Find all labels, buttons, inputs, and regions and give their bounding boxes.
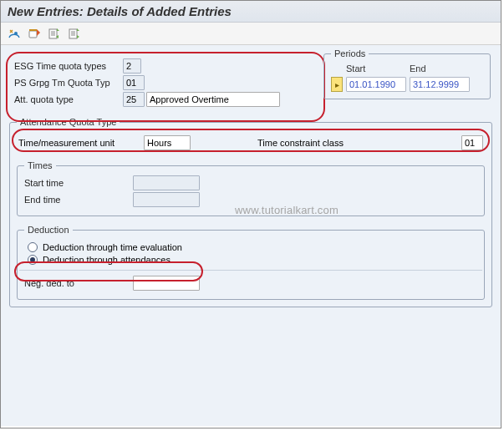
period-end-input[interactable]: 31.12.9999 bbox=[410, 77, 470, 92]
radio-eval-label: Deduction through time evaluation bbox=[43, 242, 182, 252]
highlight-deduction-option bbox=[14, 261, 203, 281]
deduction-legend: Deduction bbox=[24, 225, 73, 235]
periods-end-header: End bbox=[410, 63, 470, 74]
times-legend: Times bbox=[24, 160, 56, 170]
prev-entry-icon[interactable] bbox=[46, 26, 63, 41]
delete-entry-icon[interactable] bbox=[26, 26, 43, 41]
start-time-input[interactable] bbox=[133, 175, 200, 190]
radio-deduction-eval[interactable]: Deduction through time evaluation bbox=[28, 242, 477, 252]
radio-eval-icon bbox=[28, 242, 38, 252]
toolbar bbox=[1, 23, 501, 45]
end-time-label: End time bbox=[24, 195, 133, 205]
svg-point-0 bbox=[14, 32, 18, 35]
attendance-quota-type-group: Attendance Quota Type Time/measurement u… bbox=[9, 117, 492, 307]
periods-legend: Periods bbox=[331, 48, 369, 58]
deduction-group: Deduction Deduction through time evaluat… bbox=[17, 225, 485, 300]
start-time-label: Start time bbox=[24, 178, 133, 188]
highlight-unit-row bbox=[12, 129, 490, 152]
end-time-input[interactable] bbox=[133, 192, 200, 207]
page-title: New Entries: Details of Added Entries bbox=[1, 1, 501, 23]
header-fields: ESG Time quota types 2 PS Grpg Tm Quota … bbox=[9, 53, 318, 117]
period-start-input[interactable]: 01.01.1990 bbox=[346, 77, 406, 92]
toggle-display-icon[interactable] bbox=[6, 26, 23, 41]
highlight-header bbox=[6, 52, 325, 122]
svg-rect-1 bbox=[29, 31, 37, 38]
svg-rect-2 bbox=[29, 29, 37, 31]
times-group: Times Start time End time bbox=[17, 160, 485, 216]
next-entry-icon[interactable] bbox=[66, 26, 83, 41]
period-range-button[interactable]: ▸ bbox=[331, 77, 343, 92]
content-area: ESG Time quota types 2 PS Grpg Tm Quota … bbox=[1, 45, 501, 426]
periods-group: Periods Start End ▸ 01.01.1990 31.12.999… bbox=[323, 48, 491, 99]
periods-start-header: Start bbox=[346, 63, 406, 74]
sap-window: New Entries: Details of Added Entries bbox=[0, 0, 501, 428]
